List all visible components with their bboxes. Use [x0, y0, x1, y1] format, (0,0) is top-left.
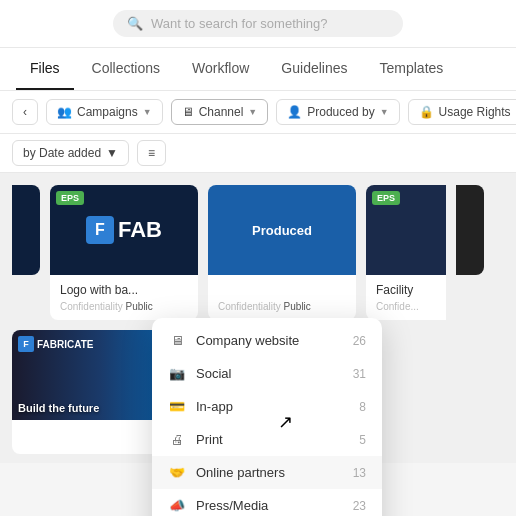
produced-by-label: Produced by — [307, 105, 374, 119]
card-partial-left — [12, 185, 40, 275]
monitor-icon: 🖥 — [182, 105, 194, 119]
card-logo-title: Logo with ba... — [60, 283, 188, 297]
card-build[interactable]: Build the future F FABRICATE — [12, 330, 160, 454]
channel-dropdown: 🖥Company website26📷Social31💳In-app8🖨Prin… — [152, 318, 382, 516]
dropdown-icon-4: 🤝 — [168, 465, 186, 480]
card-auto-partial — [456, 185, 484, 275]
build-logo-overlay: F FABRICATE — [18, 336, 93, 352]
card-produced[interactable]: Produced Confidentiality Public — [208, 185, 356, 320]
sort-chevron: ▼ — [106, 146, 118, 160]
campaigns-label: Campaigns — [77, 105, 138, 119]
dropdown-label-1: Social — [196, 366, 231, 381]
dropdown-items-container: 🖥Company website26📷Social31💳In-app8🖨Prin… — [152, 324, 382, 516]
card-produced-meta-label: Confidentiality — [218, 301, 281, 312]
brand-icon: F — [86, 216, 114, 244]
produced-label: Produced — [252, 223, 312, 238]
channel-label: Channel — [199, 105, 244, 119]
nav-item-collections[interactable]: Collections — [78, 48, 174, 90]
card-facility-meta-label: Confide... — [376, 301, 419, 312]
view-toggle[interactable]: ≡ — [137, 140, 166, 166]
people-icon: 👥 — [57, 105, 72, 119]
dropdown-item-press-media[interactable]: 📣Press/Media23 — [152, 489, 382, 516]
build-overlay-text: Build the future — [18, 402, 99, 414]
card-logo-brand: F FAB — [86, 216, 162, 244]
nav-item-guidelines[interactable]: Guidelines — [267, 48, 361, 90]
card-facility-thumb: EPS — [366, 185, 446, 275]
dropdown-icon-5: 📣 — [168, 498, 186, 513]
card-produced-meta-value: Public — [284, 301, 311, 312]
card-logo-meta: Confidentiality Public — [60, 301, 188, 312]
campaigns-chevron: ▼ — [143, 107, 152, 117]
user-icon: 👤 — [287, 105, 302, 119]
produced-by-chevron: ▼ — [380, 107, 389, 117]
campaigns-filter[interactable]: 👥 Campaigns ▼ — [46, 99, 163, 125]
usage-rights-filter[interactable]: 🔒 Usage Rights ▼ — [408, 99, 516, 125]
card-facility-meta: Confide... — [376, 301, 436, 312]
brand-name: FAB — [118, 217, 162, 243]
card-build-thumb: Build the future F FABRICATE — [12, 330, 160, 420]
dropdown-icon-2: 💳 — [168, 399, 186, 414]
nav-item-files[interactable]: Files — [16, 48, 74, 90]
card-facility-title: Facility — [376, 283, 436, 297]
dropdown-label-4: Online partners — [196, 465, 285, 480]
dropdown-icon-3: 🖨 — [168, 432, 186, 447]
dropdown-item-in-app[interactable]: 💳In-app8 — [152, 390, 382, 423]
dropdown-label-3: Print — [196, 432, 223, 447]
dropdown-count-0: 26 — [353, 334, 366, 348]
dropdown-item-online-partners[interactable]: 🤝Online partners13 — [152, 456, 382, 489]
arrow-left-btn[interactable]: ‹ — [12, 99, 38, 125]
card-logo-thumb: EPS F FAB — [50, 185, 198, 275]
dropdown-label-2: In-app — [196, 399, 233, 414]
eps-badge-1: EPS — [56, 191, 84, 205]
card-produced-title — [218, 283, 346, 297]
sort-row: by Date added ▼ ≡ — [0, 134, 516, 173]
dropdown-count-1: 31 — [353, 367, 366, 381]
card-logo-meta-value: Public — [126, 301, 153, 312]
content-area: EPS F FAB Logo with ba... Confidentialit… — [0, 173, 516, 463]
nav-item-workflow[interactable]: Workflow — [178, 48, 263, 90]
nav-item-templates[interactable]: Templates — [366, 48, 458, 90]
view-icon: ≡ — [148, 146, 155, 160]
produced-by-filter[interactable]: 👤 Produced by ▼ — [276, 99, 399, 125]
build-logo-icon: F — [18, 336, 34, 352]
dropdown-item-print[interactable]: 🖨Print5 — [152, 423, 382, 456]
search-bar-container: 🔍 Want to search for something? — [0, 0, 516, 48]
card-logo[interactable]: EPS F FAB Logo with ba... Confidentialit… — [50, 185, 198, 320]
card-logo-info: Logo with ba... Confidentiality Public — [50, 275, 198, 320]
dropdown-count-4: 13 — [353, 466, 366, 480]
dropdown-item-social[interactable]: 📷Social31 — [152, 357, 382, 390]
dropdown-label-0: Company website — [196, 333, 299, 348]
card-produced-info: Confidentiality Public — [208, 275, 356, 320]
card-logo-meta-label: Confidentiality — [60, 301, 123, 312]
dropdown-item-company-website[interactable]: 🖥Company website26 — [152, 324, 382, 357]
lock-icon: 🔒 — [419, 105, 434, 119]
channel-chevron: ▼ — [248, 107, 257, 117]
main-nav: Files Collections Workflow Guidelines Te… — [0, 48, 516, 91]
card-build-info — [12, 420, 160, 454]
card-build-title — [22, 428, 150, 442]
dropdown-count-2: 8 — [359, 400, 366, 414]
card-facility-info: Facility Confide... — [366, 275, 446, 320]
filter-bar: ‹ 👥 Campaigns ▼ 🖥 Channel ▼ 👤 Produced b… — [0, 91, 516, 134]
dropdown-count-3: 5 — [359, 433, 366, 447]
dropdown-count-5: 23 — [353, 499, 366, 513]
search-bar[interactable]: 🔍 Want to search for something? — [113, 10, 403, 37]
search-placeholder: Want to search for something? — [151, 16, 328, 31]
card-facility-partial[interactable]: EPS Facility Confide... — [366, 185, 446, 320]
card-produced-thumb: Produced — [208, 185, 356, 275]
dropdown-label-5: Press/Media — [196, 498, 268, 513]
usage-rights-label: Usage Rights — [439, 105, 511, 119]
sort-button[interactable]: by Date added ▼ — [12, 140, 129, 166]
card-produced-meta: Confidentiality Public — [218, 301, 346, 312]
build-logo-name: FABRICATE — [37, 339, 93, 350]
dropdown-icon-0: 🖥 — [168, 333, 186, 348]
arrow-left-icon: ‹ — [23, 105, 27, 119]
sort-label: by Date added — [23, 146, 101, 160]
dropdown-icon-1: 📷 — [168, 366, 186, 381]
eps-badge-3: EPS — [372, 191, 400, 205]
search-icon: 🔍 — [127, 16, 143, 31]
channel-filter[interactable]: 🖥 Channel ▼ — [171, 99, 269, 125]
